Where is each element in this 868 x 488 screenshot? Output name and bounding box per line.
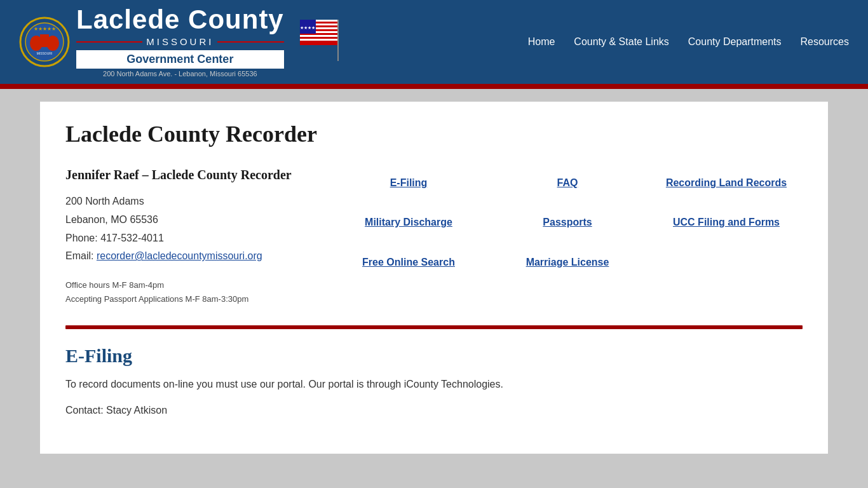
link-marriage-license[interactable]: Marriage License bbox=[491, 249, 644, 276]
svg-rect-12 bbox=[300, 35, 338, 37]
missouri-seal-icon: MISSOURI ★★★★★ bbox=[19, 17, 70, 67]
svg-rect-13 bbox=[300, 39, 338, 41]
main-nav: Home County & State Links County Departm… bbox=[528, 36, 849, 48]
svg-text:★★★★★: ★★★★★ bbox=[34, 26, 56, 32]
link-military-discharge[interactable]: Military Discharge bbox=[332, 209, 485, 236]
efiling-title: E-Filing bbox=[65, 345, 803, 367]
svg-rect-4 bbox=[40, 34, 49, 47]
quick-links-grid: E-Filing FAQ Recording Land Records Mili… bbox=[332, 166, 803, 306]
contact-block: Jennifer Raef – Laclede County Recorder … bbox=[65, 166, 307, 306]
nav-resources[interactable]: Resources bbox=[801, 36, 849, 48]
recorder-name: Jennifer Raef – Laclede County Recorder bbox=[65, 166, 307, 183]
efiling-description: To record documents on-line you must use… bbox=[65, 376, 803, 393]
email-label: Email: bbox=[65, 250, 93, 261]
info-section: Jennifer Raef – Laclede County Recorder … bbox=[65, 166, 803, 306]
street-address: 200 North Adams bbox=[65, 193, 307, 211]
site-header: MISSOURI ★★★★★ Laclede County MISSOURI G… bbox=[0, 0, 868, 84]
phone-number: 417-532-4011 bbox=[100, 233, 164, 243]
efiling-section: E-Filing To record documents on-line you… bbox=[65, 345, 803, 418]
gov-center-label: Government Center bbox=[76, 50, 284, 69]
email-link[interactable]: recorder@lacledecountymissouri.org bbox=[97, 250, 262, 261]
link-passports[interactable]: Passports bbox=[491, 209, 644, 236]
nav-county-state-links[interactable]: County & State Links bbox=[574, 36, 668, 48]
link-faq[interactable]: FAQ bbox=[491, 170, 644, 196]
hours-line1: Office hours M-F 8am-4pm bbox=[65, 278, 307, 292]
city-state-zip: Lebanon, MO 65536 bbox=[65, 211, 307, 229]
county-name: Laclede County bbox=[76, 6, 284, 33]
content-card: Laclede County Recorder Jennifer Raef – … bbox=[40, 102, 828, 454]
email-line: Email: recorder@lacledecountymissouri.or… bbox=[65, 247, 307, 266]
contact-details: 200 North Adams Lebanon, MO 65536 Phone:… bbox=[65, 193, 307, 266]
link-recording-land-records[interactable]: Recording Land Records bbox=[650, 170, 803, 196]
link-ucc-filing[interactable]: UCC Filing and Forms bbox=[650, 209, 803, 236]
logo-area: MISSOURI ★★★★★ Laclede County MISSOURI G… bbox=[19, 6, 348, 78]
nav-home[interactable]: Home bbox=[528, 36, 555, 48]
main-wrapper: Laclede County Recorder Jennifer Raef – … bbox=[0, 89, 868, 466]
page-title: Laclede County Recorder bbox=[65, 121, 803, 147]
office-hours: Office hours M-F 8am-4pm Accepting Passp… bbox=[65, 278, 307, 306]
nav-county-departments[interactable]: County Departments bbox=[688, 36, 782, 48]
phone-line: Phone: 417-532-4011 bbox=[65, 229, 307, 248]
hours-line2: Accepting Passport Applications M-F 8am-… bbox=[65, 292, 307, 306]
us-flag-icon: ★★★★ bbox=[297, 17, 348, 67]
svg-text:★★★★: ★★★★ bbox=[300, 25, 315, 30]
link-efiling[interactable]: E-Filing bbox=[332, 170, 485, 196]
logo-text-area: Laclede County MISSOURI Government Cente… bbox=[76, 6, 284, 78]
efiling-contact: Contact: Stacy Atkison bbox=[65, 402, 803, 419]
section-divider bbox=[65, 325, 803, 329]
header-address: 200 North Adams Ave. - Lebanon, Missouri… bbox=[76, 70, 284, 78]
header-accent-bar bbox=[0, 84, 868, 89]
link-free-online-search[interactable]: Free Online Search bbox=[332, 249, 485, 276]
link-empty bbox=[650, 249, 803, 276]
phone-label: Phone: bbox=[65, 233, 98, 243]
svg-text:MISSOURI: MISSOURI bbox=[37, 51, 53, 55]
state-name: MISSOURI bbox=[146, 36, 214, 47]
